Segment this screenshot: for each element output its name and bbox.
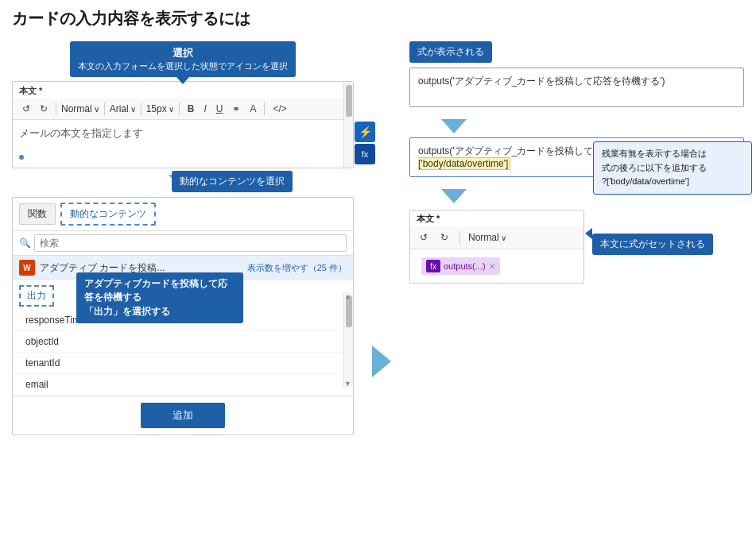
- font-color-button[interactable]: A: [246, 102, 259, 116]
- callout-line2: 本文の入力フォームを選択した状態でアイコンを選択: [78, 60, 288, 72]
- add-note-wrapper: 残業有無を表示する場合は 式の後ろに以下を追加する ?['body/data/o…: [593, 141, 752, 195]
- select-callout: 選択 本文の入力フォームを選択した状態でアイコンを選択: [70, 41, 296, 77]
- connector-more[interactable]: 表示数を増やす（25 件）: [247, 262, 347, 274]
- add-note-callout: 残業有無を表示する場合は 式の後ろに以下を追加する ?['body/data/o…: [593, 141, 752, 195]
- undo-button[interactable]: ↺: [19, 102, 33, 116]
- function-panel: 関数 動的なコンテンツ 動的なコンテンツを選択 🔍 W アダプティブ カードを投…: [12, 197, 354, 435]
- close-formula-button[interactable]: ✕: [489, 262, 495, 271]
- set-formula-callout: 本文に式がセットされる: [592, 234, 713, 255]
- side-icon-group: ⚡ fx: [355, 122, 375, 164]
- output-section: 出力 アダプティブカードを投稿して応答を待機する 「出力」を選択する: [13, 280, 353, 310]
- connector-icon: W: [19, 260, 35, 276]
- bottom-undo-button[interactable]: ↺: [417, 230, 431, 245]
- editor-scrollbar[interactable]: [343, 82, 353, 168]
- email-body-editor[interactable]: 本文 * ↺ ↻ Normal ∨ Arial ∨: [12, 81, 354, 168]
- bottom-editor-toolbar: ↺ ↻ Normal ∨: [410, 226, 583, 249]
- add-button[interactable]: 追加: [141, 403, 225, 428]
- output-label: 出力: [19, 285, 54, 307]
- lightning-icon[interactable]: ⚡: [355, 122, 375, 142]
- formula-tag-row: fx outputs(...) ✕: [410, 249, 583, 283]
- italic-button[interactable]: I: [200, 102, 209, 116]
- tab-dynamic-content[interactable]: 動的なコンテンツ: [60, 203, 156, 226]
- editor-toolbar: ↺ ↻ Normal ∨ Arial ∨ 15px ∨: [13, 98, 353, 120]
- font-style-select[interactable]: Normal ∨: [61, 103, 99, 114]
- formula-highlight-section: outputs('アダプティブ_カードを投稿して応答を待機する')?['body…: [409, 137, 744, 177]
- right-arrow-1: [409, 119, 744, 133]
- output-callout: アダプティブカードを投稿して応答を待機する 「出力」を選択する: [76, 272, 243, 323]
- list-item[interactable]: tenantId: [13, 353, 353, 374]
- bottom-redo-button[interactable]: ↻: [437, 230, 452, 245]
- fx-tag-icon: fx: [426, 260, 440, 272]
- formula-shown-section: 式が表示される outputs('アダプティブ_カードを投稿して応答を待機する'…: [409, 41, 744, 107]
- fx-icon[interactable]: fx: [355, 144, 375, 164]
- font-size-select[interactable]: 15px ∨: [146, 103, 174, 114]
- select-dynamic-callout: 動的なコンテンツを選択: [172, 171, 293, 192]
- redo-button[interactable]: ↻: [37, 102, 51, 116]
- bottom-editor-section: 本文 * ↺ ↻ Normal ∨ fx outputs(...) ✕: [409, 210, 744, 284]
- formula-tag-text: outputs(...): [444, 261, 486, 271]
- formula-box-1: outputs('アダプティブ_カードを投稿して応答を待機する'): [409, 68, 744, 107]
- list-item[interactable]: objectId: [13, 331, 353, 353]
- bottom-editor-label: 本文 *: [410, 210, 583, 226]
- underline-button[interactable]: U: [213, 102, 227, 116]
- bottom-editor[interactable]: 本文 * ↺ ↻ Normal ∨ fx outputs(...) ✕: [409, 210, 584, 284]
- bottom-font-style-select[interactable]: Normal ∨: [468, 232, 506, 243]
- formula-shown-label: 式が表示される: [409, 41, 492, 63]
- font-family-select[interactable]: Arial ∨: [110, 103, 136, 114]
- scroll-thumb: [346, 85, 352, 117]
- list-item[interactable]: email: [13, 374, 353, 396]
- panel-footer: 追加: [13, 396, 353, 434]
- tab-function[interactable]: 関数: [19, 203, 56, 225]
- page-title: カードの入力内容を表示するには: [12, 8, 744, 29]
- editor-content[interactable]: メールの本文を指定します: [13, 120, 353, 168]
- callout-line1: 選択: [78, 46, 288, 60]
- bold-button[interactable]: B: [184, 102, 198, 116]
- search-icon: 🔍: [19, 238, 31, 249]
- editor-label: 本文 *: [13, 82, 353, 98]
- search-input[interactable]: [34, 234, 347, 252]
- editor-placeholder: メールの本文を指定します: [19, 127, 143, 139]
- link-button[interactable]: ⚭: [229, 102, 243, 116]
- panel-header: 関数 動的なコンテンツ 動的なコンテンツを選択: [13, 198, 353, 231]
- center-arrow: [372, 346, 391, 377]
- formula-tag[interactable]: fx outputs(...) ✕: [421, 257, 500, 275]
- code-button[interactable]: </>: [269, 102, 289, 116]
- search-row: 🔍: [13, 231, 353, 256]
